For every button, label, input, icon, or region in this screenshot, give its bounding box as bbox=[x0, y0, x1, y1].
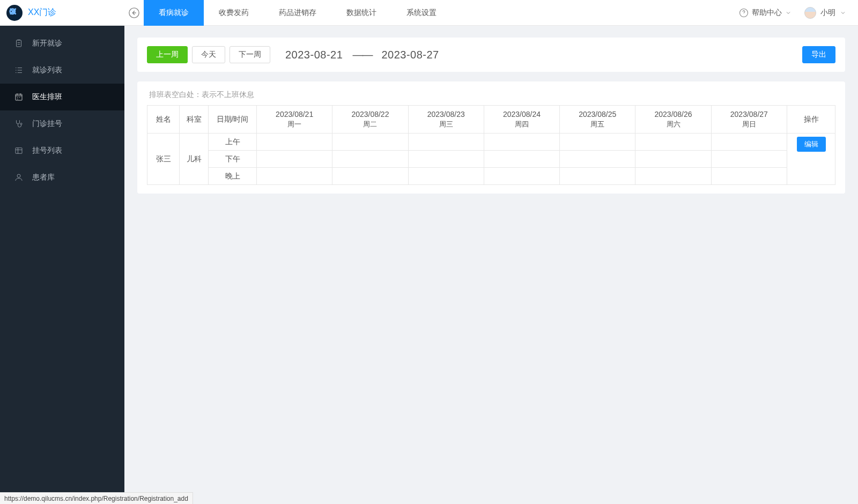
sidebar-item-label: 就诊列表 bbox=[32, 65, 62, 75]
cell-timeslot: 晚上 bbox=[209, 168, 257, 185]
th-day-3: 2023/08/23周三 bbox=[408, 106, 484, 134]
clipboard-icon bbox=[14, 39, 24, 48]
cell-operate: 编辑 bbox=[787, 134, 835, 185]
cell-name: 张三 bbox=[147, 134, 180, 185]
table-row: 下午 bbox=[147, 151, 835, 168]
cell-slot[interactable] bbox=[635, 151, 711, 168]
cell-slot[interactable] bbox=[332, 151, 408, 168]
cell-slot[interactable] bbox=[257, 134, 332, 151]
sidebar-item-label: 新开就诊 bbox=[32, 39, 62, 48]
th-day-6: 2023/08/26周六 bbox=[635, 106, 711, 134]
cell-slot[interactable] bbox=[408, 134, 484, 151]
logo-text: XX门诊 bbox=[28, 7, 56, 18]
prev-week-button[interactable]: 上一周 bbox=[147, 46, 188, 63]
cell-slot[interactable] bbox=[257, 151, 332, 168]
th-name: 姓名 bbox=[147, 106, 180, 134]
edit-button[interactable]: 编辑 bbox=[797, 137, 826, 152]
cell-slot[interactable] bbox=[332, 134, 408, 151]
cell-slot[interactable] bbox=[484, 151, 559, 168]
chevron-down-icon bbox=[840, 10, 846, 16]
main-content: 上一周 今天 下一周 2023-08-21 —— 2023-08-27 导出 排… bbox=[124, 26, 858, 504]
cell-slot[interactable] bbox=[408, 151, 484, 168]
sidebar-item-new-visit[interactable]: 新开就诊 bbox=[0, 30, 124, 57]
cell-slot[interactable] bbox=[635, 134, 711, 151]
th-day-5: 2023/08/25周五 bbox=[560, 106, 635, 134]
cell-slot[interactable] bbox=[257, 168, 332, 185]
th-datetime: 日期/时间 bbox=[209, 106, 257, 134]
cell-dept: 儿科 bbox=[180, 134, 209, 185]
svg-rect-5 bbox=[16, 148, 22, 154]
user-name: 小明 bbox=[820, 8, 835, 18]
next-week-button[interactable]: 下一周 bbox=[230, 46, 270, 63]
nav-item-settings[interactable]: 系统设置 bbox=[391, 0, 452, 26]
cell-slot[interactable] bbox=[332, 168, 408, 185]
sidebar-item-outpatient-register[interactable]: 门诊挂号 bbox=[0, 110, 124, 137]
nav-item-inventory[interactable]: 药品进销存 bbox=[264, 0, 331, 26]
cell-slot[interactable] bbox=[635, 168, 711, 185]
th-day-2: 2023/08/22周二 bbox=[332, 106, 408, 134]
th-day-7: 2023/08/27周日 bbox=[711, 106, 787, 134]
th-day-4: 2023/08/24周四 bbox=[484, 106, 559, 134]
nav-item-diagnosis[interactable]: 看病就诊 bbox=[144, 0, 204, 26]
chevron-down-icon bbox=[785, 10, 792, 16]
table-row: 张三 儿科 上午 编辑 bbox=[147, 134, 835, 151]
table-icon bbox=[14, 146, 24, 155]
header: XX门诊 看病就诊 收费发药 药品进销存 数据统计 系统设置 帮助中心 小明 bbox=[0, 0, 858, 26]
svg-point-6 bbox=[17, 174, 20, 177]
user-menu[interactable]: 小明 bbox=[804, 7, 846, 19]
svg-rect-2 bbox=[17, 40, 21, 47]
date-range: 2023-08-21 —— 2023-08-27 bbox=[285, 49, 439, 61]
sidebar-item-visit-list[interactable]: 就诊列表 bbox=[0, 57, 124, 84]
nav-item-billing[interactable]: 收费发药 bbox=[204, 0, 264, 26]
cell-slot[interactable] bbox=[560, 151, 635, 168]
th-dept: 科室 bbox=[180, 106, 209, 134]
svg-point-4 bbox=[20, 123, 22, 125]
th-operate: 操作 bbox=[787, 106, 835, 134]
sidebar-item-doctor-schedule[interactable]: 医生排班 bbox=[0, 84, 124, 110]
sidebar-item-label: 挂号列表 bbox=[32, 146, 62, 155]
sidebar-item-label: 患者库 bbox=[32, 173, 55, 182]
cell-timeslot: 下午 bbox=[209, 151, 257, 168]
date-range-dash: —— bbox=[352, 49, 372, 61]
sidebar-item-label: 门诊挂号 bbox=[32, 119, 62, 129]
today-button[interactable]: 今天 bbox=[192, 46, 225, 63]
date-to: 2023-08-27 bbox=[381, 49, 439, 61]
status-bar: https://demo.qilucms.cn/index.php/Regist… bbox=[0, 492, 193, 504]
sidebar-item-register-list[interactable]: 挂号列表 bbox=[0, 137, 124, 164]
schedule-hint: 排班表空白处：表示不上班休息 bbox=[147, 90, 835, 100]
calendar-icon bbox=[14, 92, 24, 102]
sidebar: 新开就诊 就诊列表 医生排班 门诊挂号 挂号列表 患者库 bbox=[0, 26, 124, 504]
help-center[interactable]: 帮助中心 bbox=[739, 8, 792, 18]
list-icon bbox=[14, 65, 24, 75]
sidebar-item-patient-db[interactable]: 患者库 bbox=[0, 164, 124, 191]
user-icon bbox=[14, 173, 24, 182]
cell-slot[interactable] bbox=[711, 134, 787, 151]
cell-slot[interactable] bbox=[711, 168, 787, 185]
th-day-1: 2023/08/21周一 bbox=[257, 106, 332, 134]
back-button[interactable] bbox=[124, 0, 144, 26]
avatar bbox=[804, 7, 816, 19]
table-row: 晚上 bbox=[147, 168, 835, 185]
cell-slot[interactable] bbox=[560, 134, 635, 151]
svg-rect-3 bbox=[16, 94, 22, 100]
export-button[interactable]: 导出 bbox=[802, 46, 835, 63]
cell-slot[interactable] bbox=[408, 168, 484, 185]
date-from: 2023-08-21 bbox=[285, 49, 343, 61]
schedule-table: 姓名 科室 日期/时间 2023/08/21周一 2023/08/22周二 20… bbox=[147, 105, 835, 185]
cell-timeslot: 上午 bbox=[209, 134, 257, 151]
logo-icon bbox=[6, 5, 23, 21]
cell-slot[interactable] bbox=[484, 134, 559, 151]
logo-area: XX门诊 bbox=[0, 5, 124, 21]
help-center-label: 帮助中心 bbox=[752, 8, 782, 18]
sidebar-item-label: 医生排班 bbox=[32, 92, 62, 102]
top-nav: 看病就诊 收费发药 药品进销存 数据统计 系统设置 bbox=[144, 0, 452, 26]
schedule-panel: 排班表空白处：表示不上班休息 姓名 科室 日期/时间 2023/08/21周一 … bbox=[137, 81, 845, 194]
stethoscope-icon bbox=[14, 119, 24, 129]
controls-panel: 上一周 今天 下一周 2023-08-21 —— 2023-08-27 导出 bbox=[137, 38, 845, 72]
cell-slot[interactable] bbox=[484, 168, 559, 185]
cell-slot[interactable] bbox=[711, 151, 787, 168]
cell-slot[interactable] bbox=[560, 168, 635, 185]
nav-item-stats[interactable]: 数据统计 bbox=[331, 0, 391, 26]
